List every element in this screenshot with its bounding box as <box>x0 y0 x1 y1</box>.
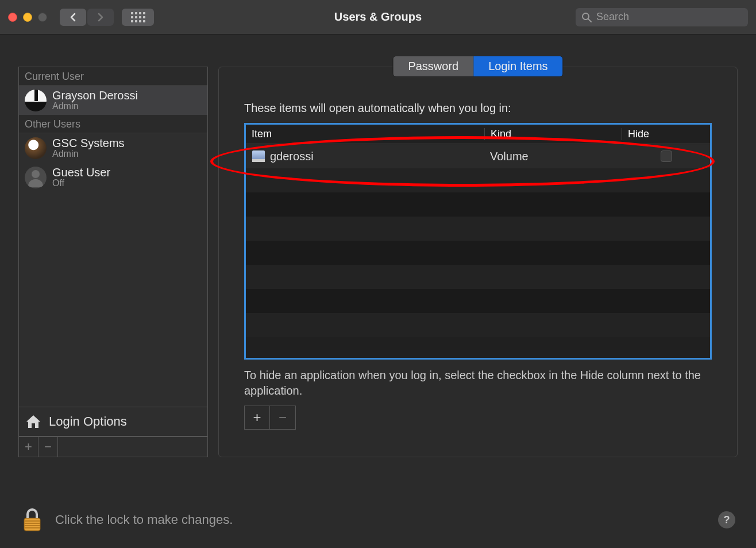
column-header-kind[interactable]: Kind <box>484 128 622 140</box>
cell-item: gderossi <box>246 150 484 163</box>
svg-rect-3 <box>24 520 40 522</box>
search-field[interactable] <box>576 8 748 26</box>
remove-user-button[interactable]: − <box>38 437 58 457</box>
search-input[interactable] <box>596 11 742 23</box>
user-name: GSC Systems <box>52 137 125 150</box>
cell-hide <box>622 150 710 162</box>
user-role: Admin <box>52 101 138 111</box>
section-header-other-users: Other Users <box>19 115 207 133</box>
user-name: Guest User <box>52 166 110 179</box>
user-row-current[interactable]: Grayson Derossi Admin <box>19 86 207 115</box>
svg-rect-2 <box>24 518 40 531</box>
user-role: Off <box>52 178 110 188</box>
lock-text: Click the lock to make changes. <box>55 512 233 527</box>
forward-button[interactable] <box>87 9 114 26</box>
user-name: Grayson Derossi <box>52 89 138 102</box>
cell-kind: Volume <box>484 150 622 163</box>
tab-login-items[interactable]: Login Items <box>473 56 562 76</box>
avatar-icon <box>25 137 47 159</box>
avatar-icon <box>25 90 47 111</box>
grid-icon <box>131 12 145 22</box>
add-login-item-button[interactable]: + <box>245 406 270 429</box>
table-row[interactable]: gderossi Volume <box>246 144 710 168</box>
remove-login-item-button[interactable]: − <box>270 406 295 429</box>
minimize-window-button[interactable] <box>23 13 32 22</box>
footer: Click the lock to make changes. ? <box>21 508 735 532</box>
search-icon <box>581 12 592 22</box>
svg-rect-5 <box>24 525 40 526</box>
back-button[interactable] <box>60 9 86 26</box>
hide-checkbox[interactable] <box>661 150 672 162</box>
users-sidebar: Current User Grayson Derossi Admin Other… <box>18 67 208 457</box>
login-items-add-remove: + − <box>244 406 296 430</box>
user-row-other[interactable]: GSC Systems Admin <box>19 133 207 163</box>
volume-icon <box>252 150 265 163</box>
zoom-window-button[interactable] <box>38 13 47 22</box>
user-row-guest[interactable]: Guest User Off <box>19 163 207 192</box>
lock-icon[interactable] <box>21 508 44 532</box>
window-controls <box>8 13 47 22</box>
user-role: Admin <box>52 149 125 159</box>
svg-rect-4 <box>24 523 40 524</box>
show-all-button[interactable] <box>122 9 154 26</box>
sidebar-add-remove: + − <box>19 437 207 457</box>
tab-bar: Password Login Items <box>392 56 563 77</box>
close-window-button[interactable] <box>8 13 17 22</box>
tab-password[interactable]: Password <box>393 56 473 76</box>
login-options-label: Login Options <box>49 414 127 429</box>
login-items-description: These items will open automatically when… <box>244 102 712 115</box>
item-name: gderossi <box>270 150 314 163</box>
section-header-current-user: Current User <box>19 67 207 86</box>
main-panel: Password Login Items These items will op… <box>218 67 738 457</box>
column-header-item[interactable]: Item <box>246 128 484 140</box>
column-header-hide[interactable]: Hide <box>622 128 710 140</box>
add-user-button[interactable]: + <box>19 437 38 457</box>
table-body: gderossi Volume <box>246 144 710 337</box>
nav-buttons <box>60 9 114 26</box>
login-options-button[interactable]: Login Options <box>19 407 207 437</box>
svg-line-1 <box>588 19 591 22</box>
window-title: Users & Groups <box>334 10 422 24</box>
hide-hint-text: To hide an application when you log in, … <box>244 368 712 399</box>
svg-rect-6 <box>24 527 40 528</box>
titlebar: Users & Groups <box>0 0 756 34</box>
home-icon <box>25 414 42 429</box>
table-header: Item Kind Hide <box>246 125 710 144</box>
help-button[interactable]: ? <box>718 511 735 528</box>
login-items-table[interactable]: Item Kind Hide gderossi Volume <box>244 123 712 360</box>
avatar-icon <box>25 167 47 188</box>
